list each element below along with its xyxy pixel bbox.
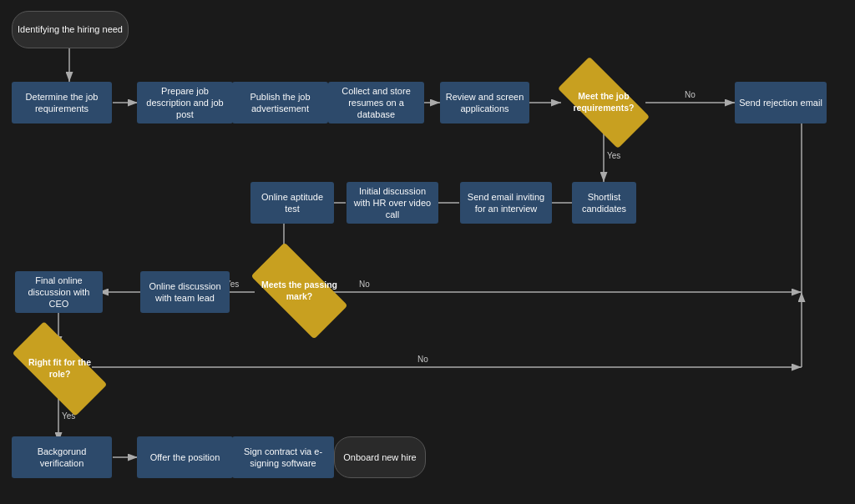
n6-box: Send rejection email	[735, 82, 827, 123]
svg-text:No: No	[417, 355, 428, 364]
n10-box: Online aptitude test	[250, 182, 334, 224]
d2-diamond: Meets the passing mark?	[255, 267, 344, 315]
n15-box: Sign contract via e-signing software	[232, 436, 334, 478]
start-node: Identifying the hiring need	[12, 11, 129, 48]
svg-text:No: No	[359, 280, 370, 289]
svg-text:Yes: Yes	[607, 151, 620, 160]
n8-box: Send email inviting for an interview	[460, 182, 552, 224]
d1-diamond: Meet the job requirements?	[561, 80, 646, 125]
n13-box: Backgorund verification	[12, 436, 112, 478]
n7-box: Shortlist candidates	[572, 182, 636, 224]
n16-box: Onboard new hire	[334, 436, 426, 478]
flowchart: No Yes Yes No Yes No	[0, 0, 855, 504]
svg-text:No: No	[685, 90, 696, 99]
n11-box: Online discussion with team lead	[140, 271, 230, 313]
d3-diamond: Right fit for the role?	[15, 346, 104, 391]
n1-box: Determine the job requirements	[12, 82, 112, 123]
n4-box: Collect and store resumes on a database	[328, 82, 424, 123]
n14-box: Offer the position	[137, 436, 233, 478]
n12-box: Final online discussion with CEO	[15, 271, 103, 313]
arrows-svg: No Yes Yes No Yes No	[0, 0, 855, 504]
n3-box: Publish the job advertisement	[232, 82, 328, 123]
n9-box: Initial discussion with HR over video ca…	[347, 182, 438, 224]
n5-box: Review and screen applications	[440, 82, 529, 123]
n2-box: Prepare job description and job post	[137, 82, 233, 123]
